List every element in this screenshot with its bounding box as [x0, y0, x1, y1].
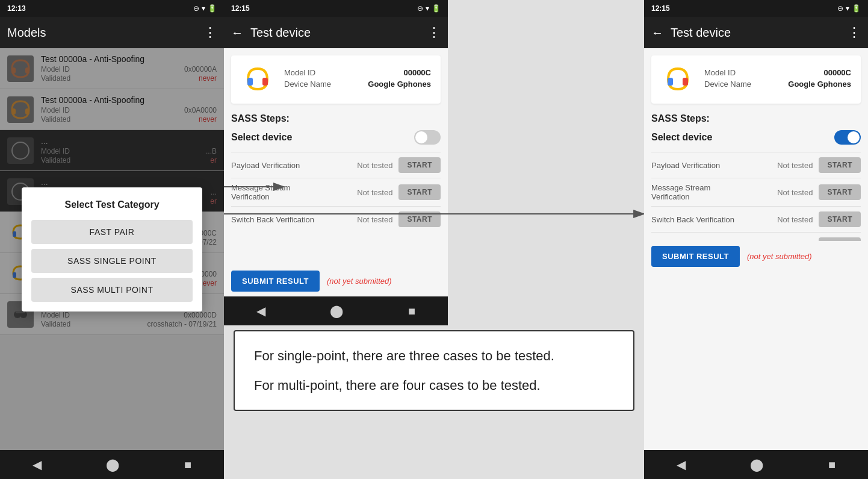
status-icons-1: ⊖ ▾ 🔋: [193, 4, 217, 13]
nav-bar-1: ◀ ⬤ ■: [0, 450, 224, 479]
model-id-value-2: 00000C: [403, 68, 431, 77]
device-name-value-2: Google Gphones: [368, 80, 431, 89]
test-row-switchactive-3: Switch Active Verification Not tested ST…: [651, 232, 861, 241]
test-device-content-3: Model ID 00000C Device Name Google Gphon…: [644, 48, 868, 241]
status-bar-1: 12:13 ⊖ ▾ 🔋: [0, 0, 224, 17]
submit-result-btn-3[interactable]: SUBMIT RESULT: [651, 246, 740, 267]
payload-status-3: Not tested: [777, 161, 813, 170]
back-nav-2[interactable]: ◀: [244, 299, 277, 323]
select-device-toggle-2[interactable]: [414, 130, 441, 145]
sass-single-point-button[interactable]: SASS SINGLE POINT: [31, 249, 193, 273]
app-bar-1: Models ⋮: [0, 17, 224, 48]
annotation-box: For single-point, there are three cases …: [234, 330, 634, 411]
wifi-icon-2: ▾: [426, 4, 429, 13]
phone-1: 12:13 ⊖ ▾ 🔋 Models ⋮ Test 00000a - Anti-…: [0, 0, 224, 479]
time-2: 12:15: [231, 4, 250, 13]
test-device-content-2: Model ID 00000C Device Name Google Gphon…: [224, 48, 448, 266]
switchback-start-btn-3[interactable]: START: [819, 211, 861, 227]
test-row-payload-2: Payload Verification Not tested START: [231, 152, 441, 178]
sim-icon: ⊖: [193, 4, 199, 13]
select-device-label-2: Select device: [231, 132, 292, 143]
battery-icon-3: 🔋: [852, 4, 861, 13]
more-icon-1[interactable]: ⋮: [203, 25, 217, 40]
switchback-status-3: Not tested: [777, 215, 813, 224]
more-icon-3[interactable]: ⋮: [848, 25, 861, 40]
select-device-label-3: Select device: [651, 132, 712, 143]
middle-section: 12:15 ⊖ ▾ 🔋 ← Test device ⋮: [224, 0, 644, 479]
model-id-row-2: Model ID 00000C: [284, 68, 431, 77]
home-nav-2[interactable]: ⬤: [318, 299, 355, 323]
recent-nav-2[interactable]: ■: [396, 299, 427, 323]
device-name-row-2: Device Name Google Gphones: [284, 80, 431, 89]
back-nav[interactable]: ◀: [20, 452, 54, 477]
sass-multi-point-button[interactable]: SASS MULTI POINT: [31, 278, 193, 302]
dialog-overlay: Select Test Category FAST PAIR SASS SING…: [0, 48, 224, 450]
device-fields-3: Model ID 00000C Device Name Google Gphon…: [704, 68, 851, 91]
recent-nav[interactable]: ■: [172, 453, 203, 477]
app-bar-3: ← Test device ⋮: [644, 17, 868, 48]
time-3: 12:15: [651, 4, 670, 13]
stream-label-2: Message StreamVerification: [231, 183, 357, 201]
select-device-row-2: Select device: [231, 130, 441, 145]
svg-rect-18: [668, 78, 673, 86]
status-icons-3: ⊖ ▾ 🔋: [837, 4, 861, 13]
fast-pair-button[interactable]: FAST PAIR: [31, 220, 193, 244]
test-row-stream-2: Message StreamVerification Not tested ST…: [231, 178, 441, 206]
app-title-1: Models: [7, 26, 203, 40]
back-icon-3[interactable]: ←: [651, 26, 663, 40]
select-device-toggle-3[interactable]: [834, 130, 861, 145]
wifi-icon-3: ▾: [846, 4, 849, 13]
phone-3: 12:15 ⊖ ▾ 🔋 ← Test device ⋮ Model ID 000…: [644, 0, 868, 479]
switchback-status-2: Not tested: [357, 215, 392, 224]
submit-result-btn-2[interactable]: SUBMIT RESULT: [231, 271, 320, 292]
stream-label-3: Message StreamVerification: [651, 183, 777, 201]
payload-start-btn-2[interactable]: START: [398, 157, 441, 173]
test-row-switchback-2: Switch Back Verification Not tested STAR…: [231, 206, 441, 232]
switchback-start-btn-2[interactable]: START: [398, 211, 441, 227]
annotation-text-1: For single-point, there are three cases …: [254, 346, 614, 366]
stream-start-btn-3[interactable]: START: [819, 184, 861, 200]
wifi-icon: ▾: [202, 4, 205, 13]
app-title-2: Test device: [250, 26, 427, 40]
switchback-label-3: Switch Back Verification: [651, 215, 777, 224]
phone-2: 12:15 ⊖ ▾ 🔋 ← Test device ⋮: [224, 0, 448, 325]
sim-icon-3: ⊖: [837, 4, 843, 13]
stream-status-3: Not tested: [777, 188, 813, 197]
model-id-value-3: 00000C: [823, 68, 851, 77]
nav-bar-2: ◀ ⬤ ■: [224, 296, 448, 325]
payload-label-3: Payload Verification: [651, 161, 777, 170]
device-info-card-3: Model ID 00000C Device Name Google Gphon…: [651, 55, 861, 104]
annotation-text-2: For multi-point, there are four cases to…: [254, 375, 614, 395]
model-id-label-2: Model ID: [284, 68, 315, 77]
payload-start-btn-3[interactable]: START: [819, 157, 861, 173]
sass-steps-title-2: SASS Steps:: [231, 113, 441, 124]
time-1: 12:13: [7, 4, 26, 13]
model-id-row-3: Model ID 00000C: [704, 68, 851, 77]
models-list: Test 00000a - Anti-Spoofing Model ID0x00…: [0, 48, 224, 450]
svg-rect-14: [262, 78, 268, 86]
back-icon-2[interactable]: ←: [231, 26, 243, 40]
device-name-label-3: Device Name: [704, 80, 751, 89]
recent-nav-3[interactable]: ■: [816, 453, 848, 477]
more-icon-2[interactable]: ⋮: [427, 25, 441, 40]
stream-status-2: Not tested: [357, 188, 392, 197]
dialog-title: Select Test Category: [31, 199, 193, 210]
app-title-3: Test device: [671, 26, 848, 40]
stream-start-btn-2[interactable]: START: [398, 184, 441, 200]
svg-rect-13: [247, 78, 253, 86]
home-nav[interactable]: ⬤: [94, 452, 131, 477]
battery-icon: 🔋: [208, 4, 217, 13]
nav-bar-3: ◀ ⬤ ■: [644, 450, 868, 479]
home-nav-3[interactable]: ⬤: [738, 452, 775, 477]
device-logo-2: [241, 63, 274, 96]
status-bar-2: 12:15 ⊖ ▾ 🔋: [224, 0, 448, 17]
sass-steps-title-3: SASS Steps:: [651, 113, 861, 124]
device-logo-3: [661, 63, 695, 96]
sim-icon-2: ⊖: [417, 4, 423, 13]
back-nav-3[interactable]: ◀: [665, 452, 698, 477]
submit-area-3: SUBMIT RESULT (not yet submitted): [644, 241, 868, 272]
not-yet-submitted-3: (not yet submitted): [747, 252, 812, 261]
status-bar-3: 12:15 ⊖ ▾ 🔋: [644, 0, 868, 17]
device-name-row-3: Device Name Google Gphones: [704, 80, 851, 89]
device-name-label-2: Device Name: [284, 80, 331, 89]
